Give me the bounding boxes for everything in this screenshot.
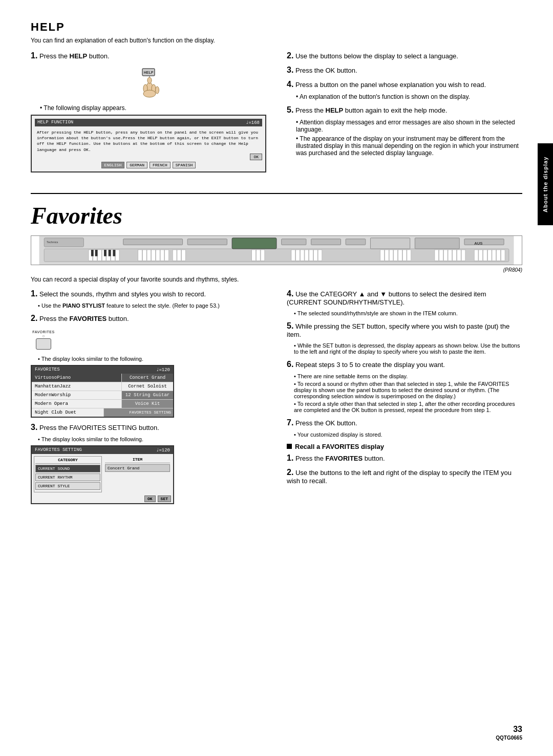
setting-current-style: CURRENT STYLE bbox=[35, 482, 100, 490]
fav-step-6: 6. Repeat steps 3 to 5 to create the dis… bbox=[287, 360, 522, 413]
fav-row3-left: ModernWorship bbox=[32, 391, 122, 399]
svg-rect-49 bbox=[300, 250, 304, 261]
recall-step2-text: Use the buttons to the left and right of… bbox=[287, 469, 512, 485]
fav-step-7: 7. Press the OK button. Your customized … bbox=[287, 418, 522, 438]
svg-rect-36 bbox=[147, 250, 151, 261]
svg-rect-26 bbox=[187, 239, 227, 245]
help-step-5: 5. Press the HELP button again to exit t… bbox=[287, 105, 522, 157]
svg-rect-15 bbox=[97, 250, 101, 261]
svg-rect-25 bbox=[123, 239, 183, 245]
concert-grand-value: Concert Grand bbox=[105, 464, 170, 472]
help-step2-title: 2. Use the buttons below the display to … bbox=[287, 51, 522, 60]
svg-rect-68 bbox=[474, 250, 478, 261]
svg-rect-23 bbox=[109, 250, 111, 256]
favorites-setting-display: FAVORITES SETTING ♩=120 CATEGORY CURRENT… bbox=[31, 445, 174, 504]
svg-rect-48 bbox=[296, 250, 300, 261]
help-ok-area: OK bbox=[35, 155, 262, 160]
help-step4-title: 4. Press a button on the panel whose exp… bbox=[287, 80, 522, 89]
fav-step-2: 2. Press the FAVORITES button. FAVORITES… bbox=[31, 314, 266, 418]
svg-rect-51 bbox=[309, 250, 313, 261]
lang-spanish[interactable]: SPANISH bbox=[173, 162, 196, 168]
fav-row-5: Night Club Duet FAVORITES SETTING bbox=[32, 408, 173, 417]
help-intro: You can find an explanation of each butt… bbox=[31, 37, 522, 44]
svg-rect-54 bbox=[380, 250, 385, 261]
svg-rect-63 bbox=[443, 250, 448, 261]
fav-row2-left: ManhattanJazz bbox=[32, 382, 122, 391]
fav-step4-note: The selected sound/rhythm/style are show… bbox=[294, 310, 522, 316]
favorites-title: Favorites bbox=[31, 202, 522, 229]
fav-step-1: 1. Select the sounds, rhythm and styles … bbox=[31, 289, 266, 309]
fav-step4-title: 4. Use the CATEGORY ▲ and ▼ buttons to s… bbox=[287, 289, 522, 306]
svg-rect-34 bbox=[138, 250, 142, 261]
fav-row2-right: Cornet Soloist bbox=[122, 382, 173, 391]
favorites-two-col: 1. Select the sounds, rhythm and styles … bbox=[31, 289, 522, 509]
setting-set-btn[interactable]: SET bbox=[158, 495, 171, 502]
fav-row-1: VirtuosoPiano Concert Grand bbox=[32, 374, 173, 382]
sidebar-tab: About the display bbox=[538, 143, 553, 225]
svg-rect-69 bbox=[479, 250, 483, 261]
recall-step-1: 1. Press the FAVORITES button. bbox=[287, 453, 522, 463]
favorites-section: Favorites Technics bbox=[31, 202, 522, 509]
lang-german[interactable]: GERMAN bbox=[126, 162, 147, 168]
svg-rect-67 bbox=[461, 250, 465, 261]
svg-rect-60 bbox=[407, 250, 411, 261]
help-two-col: 1. Press the HELP button. HELP bbox=[31, 51, 522, 178]
fav-row4-left: Modern Opera bbox=[32, 400, 122, 408]
setting-inner: CATEGORY CURRENT SOUND CURRENT RHYTHM CU… bbox=[32, 454, 173, 494]
help-step1-note: The following display appears. bbox=[40, 104, 266, 112]
svg-rect-58 bbox=[398, 250, 402, 261]
fav-row-3: ModernWorship 12 String Guitar bbox=[32, 391, 173, 400]
help-step4-note: An explanation of the button's function … bbox=[296, 93, 522, 100]
recall-square-icon bbox=[287, 444, 292, 449]
setting-category-header: CATEGORY bbox=[35, 458, 100, 464]
svg-rect-42 bbox=[177, 250, 181, 261]
svg-rect-35 bbox=[142, 250, 146, 261]
fav-step6-title: 6. Repeat steps 3 to 5 to create the dis… bbox=[287, 360, 522, 369]
help-section: HELP You can find an explanation of each… bbox=[31, 20, 522, 178]
help-display-titlebar: HELP FUNCTION ♩=168 bbox=[35, 119, 262, 126]
svg-rect-62 bbox=[439, 250, 443, 261]
svg-rect-56 bbox=[389, 250, 393, 261]
setting-current-sound: CURRENT SOUND bbox=[35, 465, 100, 472]
keyboard-illustration: Technics bbox=[31, 235, 522, 265]
svg-rect-21 bbox=[95, 250, 98, 256]
svg-text:AUS: AUS bbox=[474, 241, 482, 246]
svg-rect-40 bbox=[165, 250, 169, 261]
fav-row-2: ManhattanJazz Cornet Soloist bbox=[32, 382, 173, 391]
svg-rect-47 bbox=[291, 250, 295, 261]
fav-step3-note: The display looks similar to the followi… bbox=[38, 436, 266, 442]
svg-rect-71 bbox=[487, 250, 492, 261]
help-col-right: 2. Use the buttons below the display to … bbox=[287, 51, 522, 178]
svg-rect-46 bbox=[261, 250, 265, 261]
svg-rect-44 bbox=[252, 250, 256, 261]
favorites-button-illustration: FAVORITES ○ bbox=[31, 327, 56, 353]
svg-rect-22 bbox=[104, 250, 107, 256]
help-step3-title: 3. Press the OK button. bbox=[287, 66, 522, 75]
svg-rect-33 bbox=[464, 239, 504, 245]
fav-step3-title: 3. Press the FAVORITES SETTING button. bbox=[31, 423, 266, 432]
svg-rect-61 bbox=[435, 250, 439, 261]
recall-title: Recall a FAVORITES display bbox=[295, 443, 384, 450]
lang-english[interactable]: ENGLISH bbox=[101, 162, 125, 168]
svg-rect-24 bbox=[113, 250, 115, 256]
setting-left-panel: CATEGORY CURRENT SOUND CURRENT RHYTHM CU… bbox=[34, 456, 102, 492]
fav-btn-shape bbox=[36, 338, 51, 350]
fav-step5-note: While the SET button is depressed, the d… bbox=[294, 342, 522, 355]
help-title: HELP bbox=[31, 20, 522, 34]
lang-french[interactable]: FRENCH bbox=[150, 162, 171, 168]
svg-rect-20 bbox=[91, 250, 94, 256]
fav-btn-label: FAVORITES bbox=[32, 330, 54, 334]
setting-ok-btn[interactable]: OK bbox=[144, 495, 156, 502]
setting-item-header: ITEM bbox=[105, 457, 170, 463]
fav-step2-title: 2. Press the FAVORITES button. bbox=[31, 314, 266, 323]
svg-rect-31 bbox=[370, 238, 410, 249]
fav-step6-note1: There are nine settable items on the dis… bbox=[294, 373, 522, 379]
help-ok-btn[interactable]: OK bbox=[250, 154, 262, 160]
fav-step-3: 3. Press the FAVORITES SETTING button. T… bbox=[31, 423, 266, 504]
fav-step1-title: 1. Select the sounds, rhythm and styles … bbox=[31, 289, 266, 298]
help-step-1: 1. Press the HELP button. HELP bbox=[31, 51, 266, 172]
pr804-label: (PR804) bbox=[31, 267, 522, 273]
fav-row-4: Modern Opera Voice Kit bbox=[32, 400, 173, 408]
help-display-content: After pressing the HELP button, press an… bbox=[35, 128, 262, 154]
help-step-4: 4. Press a button on the panel whose exp… bbox=[287, 80, 522, 100]
